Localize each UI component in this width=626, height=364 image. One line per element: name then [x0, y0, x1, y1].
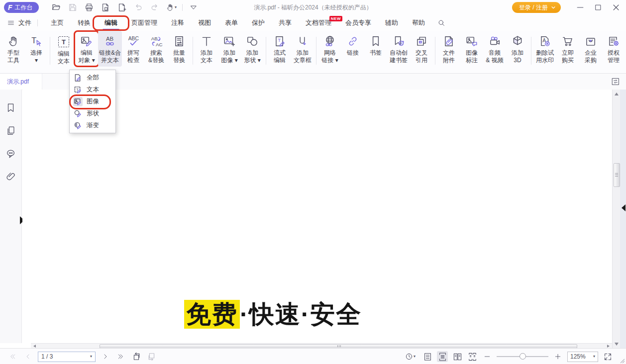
customize-toolbar-icon[interactable]	[188, 2, 199, 13]
btn-cross-reference[interactable]: 交叉 引用	[410, 31, 433, 67]
menu-item-text[interactable]: T 文本	[70, 84, 115, 95]
btn-edit-text[interactable]: T编辑 文本	[52, 31, 75, 68]
btn-select[interactable]: T选择 ▾	[25, 31, 48, 67]
fullscreen-button[interactable]	[602, 351, 613, 362]
first-page-button[interactable]	[7, 351, 18, 362]
btn-flow-edit[interactable]: T流式 编辑	[268, 31, 291, 67]
scroll-down-arrow[interactable]	[615, 343, 619, 346]
attachments-panel-button[interactable]	[5, 171, 16, 182]
link-icon	[346, 35, 359, 48]
menu-item-all[interactable]: 全部	[70, 72, 115, 84]
vertical-scrollbar[interactable]	[612, 90, 620, 348]
tab-home[interactable]: 主页	[44, 15, 71, 31]
tab-convert[interactable]: 转换	[71, 15, 98, 31]
btn-auto-bookmark[interactable]: A自动创 建书签	[387, 31, 410, 67]
btn-add-image[interactable]: 添加 图像 ▾	[218, 31, 241, 67]
btn-add-shape[interactable]: 添加 形状 ▾	[241, 31, 264, 67]
image-annotation-icon	[465, 35, 478, 48]
btn-edit-object[interactable]: 编辑 对象 ▾	[75, 31, 98, 67]
next-view-button[interactable]	[146, 351, 157, 362]
btn-remove-trial-watermark[interactable]: A删除试 用水印	[533, 31, 556, 67]
btn-hand-tool[interactable]: 手型 工具	[2, 31, 25, 67]
btn-add-3d[interactable]: 添加 3D	[506, 31, 529, 67]
tab-protect[interactable]: 保护	[245, 15, 272, 31]
redo-icon[interactable]	[149, 2, 160, 13]
menu-item-image[interactable]: 图像	[70, 95, 115, 107]
btn-file-attachment[interactable]: 文件 附件	[437, 31, 460, 67]
facing-view-button[interactable]	[452, 351, 463, 362]
page-number-input[interactable]: 1 / 3▾	[38, 352, 96, 362]
search-replace-icon: ABAC	[150, 35, 163, 48]
btn-audio-video[interactable]: 音频 & 视频	[483, 31, 506, 67]
button-label: 书签	[370, 49, 382, 57]
menu-search-button[interactable]	[437, 18, 446, 27]
save-icon[interactable]	[67, 2, 78, 13]
close-button[interactable]	[607, 0, 625, 15]
previous-view-button[interactable]	[131, 351, 142, 362]
window-resize-grip[interactable]	[618, 357, 625, 364]
tab-member-exclusive[interactable]: 会员专享	[338, 15, 378, 31]
previous-page-button[interactable]	[22, 351, 33, 362]
rotate-view-button[interactable]: ▾	[402, 351, 418, 362]
zoom-slider-knob[interactable]	[520, 353, 526, 360]
last-page-button[interactable]	[115, 351, 126, 362]
maximize-button[interactable]	[589, 0, 607, 15]
btn-search-replace[interactable]: ABAC搜索 &替换	[145, 31, 168, 67]
tab-document-management[interactable]: 文档管理 NEW	[299, 15, 338, 31]
btn-enterprise-purchase[interactable]: 企业 采购	[579, 31, 602, 67]
continuous-view-button[interactable]	[437, 351, 448, 362]
right-panel-expand-handle[interactable]	[622, 204, 626, 211]
hamburger-icon	[7, 19, 15, 27]
tab-view[interactable]: 视图	[191, 15, 218, 31]
horizontal-scrollbar[interactable]	[31, 343, 612, 348]
undo-icon[interactable]	[133, 2, 144, 13]
scroll-left-arrow[interactable]	[33, 345, 36, 348]
comments-panel-button[interactable]	[5, 148, 16, 159]
menu-item-shape[interactable]: 形状	[70, 107, 115, 119]
btn-add-text[interactable]: 添加 文本	[195, 31, 218, 67]
btn-spell-check[interactable]: ABC拼写 检查	[122, 31, 145, 67]
web-link-icon	[323, 35, 336, 48]
btn-image-annotation[interactable]: 图像 标注	[460, 31, 483, 67]
vertical-scroll-thumb[interactable]	[614, 163, 620, 187]
panel-toggle-button[interactable]	[611, 77, 620, 86]
single-page-view-button[interactable]	[422, 351, 433, 362]
bookmarks-panel-button[interactable]	[5, 102, 16, 113]
tab-assist[interactable]: 辅助	[378, 15, 405, 31]
zoom-in-button[interactable]	[552, 351, 563, 362]
hand-mode-icon[interactable]: ▾	[166, 2, 177, 13]
btn-buy-now[interactable]: 立即 购买	[556, 31, 579, 67]
btn-link-merge-text[interactable]: AB链接&合 并文本	[98, 31, 122, 67]
tab-form[interactable]: 表单	[218, 15, 245, 31]
tab-page-management[interactable]: 页面管理	[124, 15, 164, 31]
print-icon[interactable]	[84, 2, 95, 13]
login-register-button[interactable]: 登录 / 注册	[512, 2, 561, 13]
btn-license-manage[interactable]: 授权 管理	[602, 31, 625, 67]
btn-bookmark[interactable]: 书签	[364, 31, 387, 59]
scroll-up-arrow[interactable]	[615, 92, 619, 95]
facing-continuous-view-button[interactable]	[467, 351, 478, 362]
pages-panel-button[interactable]	[5, 125, 16, 136]
btn-batch-replace[interactable]: 批量 替换	[168, 31, 191, 67]
menu-file[interactable]: 文件	[7, 18, 31, 27]
btn-link[interactable]: 链接	[341, 31, 364, 59]
scroll-right-arrow[interactable]	[607, 345, 610, 348]
add-page-icon[interactable]	[116, 2, 127, 13]
document-tab[interactable]: 演示.pdf	[0, 74, 42, 90]
minimize-button[interactable]	[571, 0, 589, 15]
tab-comment[interactable]: 注释	[164, 15, 191, 31]
tab-edit[interactable]: 编辑	[98, 15, 124, 31]
btn-web-link[interactable]: 网络 链接 ▾	[318, 31, 341, 67]
btn-add-article-box[interactable]: 添加 文章框	[291, 31, 314, 67]
extract-page-icon[interactable]	[100, 2, 111, 13]
tab-share[interactable]: 共享	[272, 15, 299, 31]
menu-item-gradient[interactable]: 渐变	[70, 119, 115, 131]
zoom-out-button[interactable]	[482, 351, 493, 362]
tab-help[interactable]: 帮助	[405, 15, 432, 31]
workspace-button[interactable]: F 工作台	[4, 2, 39, 13]
bookmark-icon	[369, 35, 382, 48]
zoom-slider[interactable]	[497, 351, 548, 362]
open-file-icon[interactable]	[51, 2, 62, 13]
next-page-button[interactable]	[100, 351, 111, 362]
zoom-level-select[interactable]: 125%▾	[567, 352, 598, 362]
